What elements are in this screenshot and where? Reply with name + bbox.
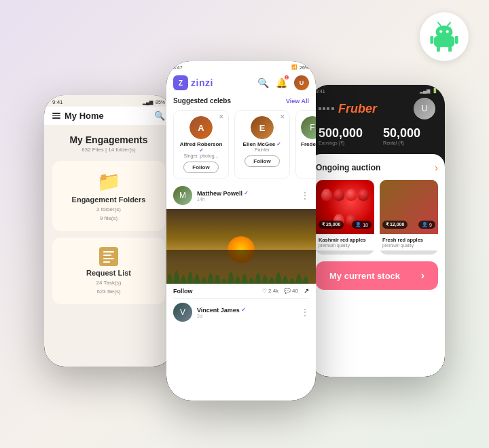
vincent-verified: ✓	[241, 307, 246, 313]
comments-count: 40	[292, 288, 298, 294]
scene: 9:41 ▂▄▆ 85% My Home 🔍	[0, 0, 489, 448]
right-status-bar: 9:41 ▂▄▆ 🔋	[309, 85, 445, 95]
ellen-avatar-img: E	[251, 116, 274, 139]
android-logo	[420, 12, 469, 61]
celeb-card-frederi: F Frederi...	[295, 110, 316, 179]
apple2	[333, 189, 344, 201]
card1-price: ₹ 26,000	[319, 221, 344, 229]
auction-header: Ongoing auction ›	[316, 162, 438, 173]
notification-badge[interactable]: 🔔 1	[276, 77, 287, 89]
apple3	[346, 189, 357, 201]
alfred-avatar-img: A	[189, 116, 213, 139]
center-battery-label: 26%	[300, 65, 309, 70]
post1-actions: Follow ♡ 2.4k 💬 40 ↗	[166, 284, 316, 298]
svg-rect-4	[437, 46, 440, 52]
search-icon[interactable]: 🔍	[257, 77, 269, 88]
fruber-user-avatar[interactable]: U	[414, 98, 435, 119]
left-content: My Engagements 632 Files | 14 folder(s) …	[44, 125, 173, 314]
vincent-avatar[interactable]: V	[173, 303, 192, 322]
matthew-avatar[interactable]: M	[173, 186, 192, 205]
zinzi-header-icons: 🔍 🔔 1 U	[257, 75, 309, 90]
right-screen: 9:41 ▂▄▆ 🔋 Fruber	[309, 85, 445, 377]
auction-section: Ongoing auction ›	[309, 154, 445, 377]
comments-group[interactable]: 💬 40	[284, 288, 298, 294]
folder-card-title: Engagement Folders	[72, 195, 146, 204]
alfred-verified: ✓	[199, 147, 204, 153]
svg-rect-5	[448, 46, 452, 52]
apple1	[321, 189, 332, 201]
list-card[interactable]: Request List 24 Task(s) 623 file(s)	[52, 238, 165, 304]
svg-rect-1	[434, 36, 454, 48]
celebs-row: ✕ A Alfred Roberson ✓ Singer, photog... …	[166, 107, 316, 182]
auction-arrow-icon[interactable]: ›	[435, 162, 438, 173]
right-status-icons: ▂▄▆ 🔋	[420, 88, 438, 94]
rental-value: 50,000	[383, 126, 420, 141]
right-battery: 🔋	[432, 88, 438, 94]
left-signal: ▂▄▆	[143, 100, 153, 105]
post1-author-row: M Matthew Powell ✓ 14h ⋮	[166, 182, 316, 209]
card1-bidders: 👤 18	[352, 221, 372, 229]
folder-card[interactable]: 📁 Engagement Folders 2 folder(s) 9 file(…	[52, 161, 165, 231]
ellen-verified: ✓	[276, 141, 281, 147]
post1-follow-label[interactable]: Follow	[173, 288, 255, 295]
card2-bidders: 👤 9	[418, 221, 435, 229]
left-phone: 9:41 ▂▄▆ 85% My Home 🔍	[44, 95, 173, 367]
close-celeb-ellen[interactable]: ✕	[280, 113, 285, 120]
alfred-desc: Singer, photog...	[184, 153, 219, 158]
alfred-follow-button[interactable]: Follow	[183, 162, 218, 173]
post1-author-info: Matthew Powell ✓ 14h	[197, 190, 249, 202]
suggested-label: Suggested celebs	[173, 97, 231, 105]
post1-more-icon[interactable]: ⋮	[301, 191, 309, 200]
user-avatar[interactable]: U	[294, 75, 309, 90]
ellen-desc: Painter	[255, 147, 270, 152]
earnings-label: Earnings (₹)	[319, 141, 363, 146]
heart-icon: ♡	[262, 288, 267, 294]
likes-group[interactable]: ♡ 2.4k	[262, 288, 278, 294]
card2-bidders-count: 9	[429, 223, 432, 227]
center-status-icons: 📶 26%	[291, 64, 309, 70]
frederi-name: Frederi...	[301, 141, 316, 147]
celeb-avatar-ellen: E	[251, 116, 274, 139]
engagements-subtitle: 632 Files | 14 folder(s)	[52, 147, 165, 153]
post2-author-row: V Vincent James ✓ 2d ⋮	[166, 299, 316, 326]
close-celeb-alfred[interactable]: ✕	[219, 113, 224, 120]
fruber-stats: 500,000 Earnings (₹) 50,000 Rental (₹)	[309, 122, 445, 150]
card1-bidders-count: 18	[363, 223, 368, 227]
menu-dot1	[319, 107, 321, 110]
left-time: 9:41	[52, 99, 63, 105]
menu-dot3	[327, 107, 329, 110]
auction-card-2[interactable]: ₹ 12,000 👤 9 Fresh red apples premium qu…	[380, 180, 438, 255]
card1-name: Kashmir red apples	[319, 237, 372, 243]
android-icon	[429, 22, 459, 52]
right-inner: 9:41 ▂▄▆ 🔋 Fruber	[309, 85, 445, 377]
search-icon[interactable]: 🔍	[154, 111, 165, 121]
list-card-line2: 623 file(s)	[96, 288, 120, 295]
ellen-follow-button[interactable]: Follow	[244, 155, 279, 167]
svg-rect-2	[430, 36, 433, 44]
share-icon[interactable]: ↗	[304, 287, 309, 295]
hamburger-menu-icon[interactable]	[52, 113, 60, 119]
center-phone: 8:47 📶 26% Z zinzi 🔍 🔔	[166, 61, 316, 400]
right-phone: 9:41 ▂▄▆ 🔋 Fruber	[309, 85, 445, 377]
left-header-title: My Home	[65, 111, 104, 121]
phones-container: 9:41 ▂▄▆ 85% My Home 🔍	[44, 61, 445, 400]
center-screen: 8:47 📶 26% Z zinzi 🔍 🔔	[166, 61, 316, 400]
svg-point-7	[446, 30, 449, 33]
center-signal: 📶	[291, 64, 297, 70]
ellen-name: Ellen McGee ✓	[243, 141, 282, 147]
left-header: My Home 🔍	[44, 107, 173, 125]
post2-more-icon[interactable]: ⋮	[301, 307, 309, 317]
post2-author-left: V Vincent James ✓ 2d	[173, 303, 246, 322]
left-header-left: My Home	[52, 111, 104, 121]
svg-line-8	[438, 22, 441, 26]
folder-card-line2: 9 file(s)	[100, 215, 117, 221]
post1-time: 14h	[197, 197, 249, 202]
auction-card-1[interactable]: ₹ 26,000 👤 18 Kashmir red apples premium…	[316, 180, 374, 255]
zinzi-logo-icon: Z	[173, 75, 188, 90]
view-all-button[interactable]: View All	[286, 98, 309, 105]
alfred-name: Alfred Roberson ✓	[179, 141, 223, 153]
stock-arrow-icon: ›	[421, 269, 424, 282]
menu-dot2	[323, 107, 325, 110]
stock-button[interactable]: My current stock ›	[316, 261, 438, 290]
fruber-app-name: Fruber	[338, 102, 377, 116]
